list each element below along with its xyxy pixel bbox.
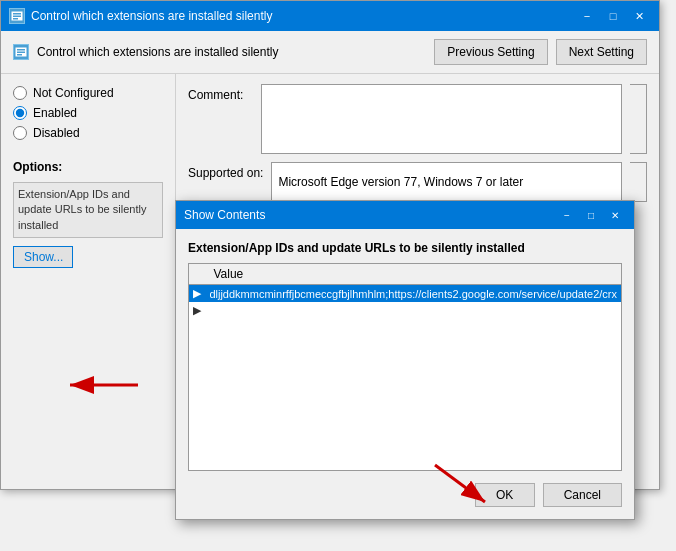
dialog-footer: OK Cancel [188, 479, 622, 507]
table-row-empty [189, 341, 621, 363]
svg-rect-2 [13, 16, 21, 18]
row-expand-arrow-2[interactable]: ▶ [189, 302, 205, 319]
enabled-label: Enabled [33, 106, 77, 120]
show-contents-dialog: Show Contents − □ ✕ Extension/App IDs an… [175, 200, 635, 520]
disabled-radio[interactable] [13, 126, 27, 140]
next-setting-button[interactable]: Next Setting [556, 39, 647, 65]
enabled-option[interactable]: Enabled [13, 106, 163, 120]
extension-description: Extension/App IDs and update URLs to be … [13, 182, 163, 238]
close-button[interactable]: ✕ [627, 6, 651, 26]
table-row-empty [189, 407, 621, 429]
table-cell-empty[interactable] [205, 302, 621, 319]
dialog-maximize-button[interactable]: □ [580, 206, 602, 224]
red-arrow-2 [430, 460, 510, 513]
table-row-empty [189, 363, 621, 385]
not-configured-option[interactable]: Not Configured [13, 86, 163, 100]
table-row-empty [189, 385, 621, 407]
table-cell-value[interactable]: dljjddkmmcminrffjbcmeccgfbjlhmhlm;https:… [205, 285, 621, 303]
previous-setting-button[interactable]: Previous Setting [434, 39, 547, 65]
svg-rect-3 [13, 18, 18, 20]
table-header-arrow [189, 264, 205, 285]
supported-on-value: Microsoft Edge version 77, Windows 7 or … [271, 162, 622, 202]
maximize-button[interactable]: □ [601, 6, 625, 26]
supported-on-label: Supported on: [188, 162, 263, 180]
disabled-label: Disabled [33, 126, 80, 140]
dialog-table-container: Value ▶ dljjddkmmcminrffjbcmeccgfbjlhmhl… [188, 263, 622, 471]
values-table: Value ▶ dljjddkmmcminrffjbcmeccgfbjlhmhl… [189, 264, 621, 429]
title-bar: Control which extensions are installed s… [1, 1, 659, 31]
comment-label: Comment: [188, 84, 253, 102]
red-arrow-1 [60, 370, 140, 403]
table-header-value: Value [205, 264, 621, 285]
comment-scrollbar[interactable] [630, 84, 647, 154]
enabled-radio[interactable] [13, 106, 27, 120]
row-expand-arrow[interactable]: ▶ [189, 285, 205, 303]
comment-textarea[interactable] [261, 84, 622, 154]
supported-scrollbar[interactable] [630, 162, 647, 202]
table-row[interactable]: ▶ dljjddkmmcminrffjbcmeccgfbjlhmhlm;http… [189, 285, 621, 303]
dialog-close-button[interactable]: ✕ [604, 206, 626, 224]
radio-group: Not Configured Enabled Disabled [13, 86, 163, 140]
supported-section: Supported on: Microsoft Edge version 77,… [188, 162, 647, 202]
disabled-option[interactable]: Disabled [13, 126, 163, 140]
not-configured-label: Not Configured [33, 86, 114, 100]
dialog-title: Show Contents [184, 208, 265, 222]
title-bar-left: Control which extensions are installed s… [9, 8, 272, 24]
svg-rect-7 [17, 54, 22, 56]
dialog-description: Extension/App IDs and update URLs to be … [188, 241, 622, 255]
policy-icon [9, 8, 25, 24]
table-row[interactable]: ▶ [189, 302, 621, 319]
not-configured-radio[interactable] [13, 86, 27, 100]
window-title: Control which extensions are installed s… [31, 9, 272, 23]
svg-rect-6 [17, 52, 25, 54]
dialog-controls: − □ ✕ [556, 206, 626, 224]
show-button[interactable]: Show... [13, 246, 73, 268]
svg-rect-5 [17, 49, 25, 51]
cancel-button[interactable]: Cancel [543, 483, 622, 507]
toolbar-title: Control which extensions are installed s… [37, 45, 426, 59]
svg-line-11 [435, 465, 485, 502]
comment-section: Comment: [188, 84, 647, 154]
table-row-empty [189, 319, 621, 341]
dialog-content: Extension/App IDs and update URLs to be … [176, 229, 634, 519]
svg-rect-1 [13, 13, 21, 15]
dialog-minimize-button[interactable]: − [556, 206, 578, 224]
title-bar-controls: − □ ✕ [575, 6, 651, 26]
left-panel: Not Configured Enabled Disabled Options:… [1, 74, 176, 472]
options-label: Options: [13, 160, 163, 174]
minimize-button[interactable]: − [575, 6, 599, 26]
toolbar-icon [13, 44, 29, 60]
toolbar: Control which extensions are installed s… [1, 31, 659, 74]
dialog-title-bar: Show Contents − □ ✕ [176, 201, 634, 229]
